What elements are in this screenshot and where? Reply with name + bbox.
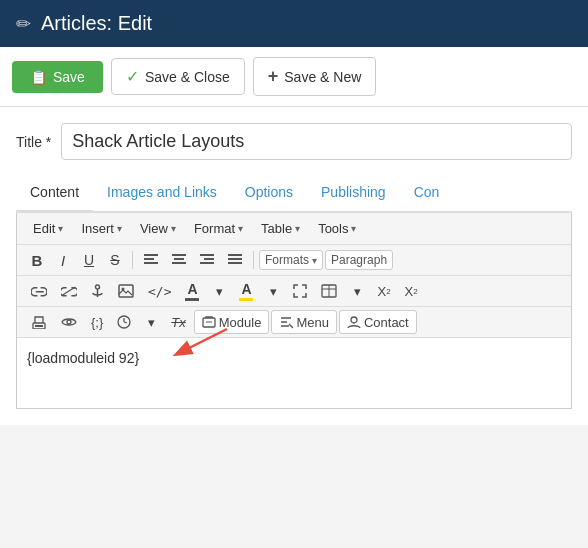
chevron-down-icon: ▾ bbox=[238, 223, 243, 234]
tab-publishing[interactable]: Publishing bbox=[307, 174, 400, 213]
save-new-button[interactable]: + Save & New bbox=[253, 57, 377, 96]
save-close-button[interactable]: ✓ Save & Close bbox=[111, 58, 245, 95]
svg-point-27 bbox=[351, 317, 357, 323]
tab-con[interactable]: Con bbox=[400, 174, 454, 213]
menu-view[interactable]: View ▾ bbox=[132, 217, 184, 240]
svg-rect-12 bbox=[228, 262, 242, 264]
svg-rect-10 bbox=[228, 254, 242, 256]
svg-line-24 bbox=[124, 322, 127, 323]
image-button[interactable] bbox=[112, 279, 140, 303]
chevron-down-icon: ▾ bbox=[351, 223, 356, 234]
tab-images-and-links[interactable]: Images and Links bbox=[93, 174, 231, 213]
menu-table[interactable]: Table ▾ bbox=[253, 217, 308, 240]
page-header: ✏ Articles: Edit bbox=[0, 0, 588, 47]
contact-label: Contact bbox=[364, 315, 409, 330]
table-insert-button[interactable] bbox=[315, 279, 343, 303]
svg-rect-8 bbox=[204, 258, 214, 260]
align-left-button[interactable] bbox=[138, 248, 164, 272]
font-color-dropdown[interactable]: ▾ bbox=[207, 279, 231, 303]
fullscreen-button[interactable] bbox=[287, 279, 313, 303]
svg-rect-7 bbox=[200, 254, 214, 256]
tab-content[interactable]: Content bbox=[16, 174, 93, 213]
plus-icon: + bbox=[268, 66, 279, 87]
superscript-button[interactable]: X2 bbox=[399, 279, 424, 303]
code-button[interactable]: </> bbox=[142, 279, 177, 303]
menu-label: Menu bbox=[296, 315, 329, 330]
chevron-down-icon: ▾ bbox=[58, 223, 63, 234]
svg-rect-4 bbox=[172, 254, 186, 256]
preview-button[interactable] bbox=[55, 310, 83, 334]
font-color-button[interactable]: A bbox=[179, 279, 205, 303]
editor-toolbar-row2: </> A ▾ A ▾ bbox=[17, 276, 571, 307]
title-row: Title * bbox=[16, 123, 572, 160]
save-icon: 📋 bbox=[30, 69, 47, 85]
page-title: Articles: Edit bbox=[41, 12, 152, 35]
main-content: Title * Content Images and Links Options… bbox=[0, 107, 588, 425]
chevron-down-icon: ▾ bbox=[117, 223, 122, 234]
svg-rect-2 bbox=[144, 262, 158, 264]
align-justify-button[interactable] bbox=[222, 248, 248, 272]
anchor-button[interactable] bbox=[85, 279, 110, 303]
chevron-down-icon: ▾ bbox=[295, 223, 300, 234]
editor-toolbar-row1: B I U S Formats ▾ Paragr bbox=[17, 245, 571, 276]
editor-toolbar-row3: {;} ▾ Tx Module Menu Contact bbox=[17, 307, 571, 338]
bold-button[interactable]: B bbox=[25, 248, 49, 272]
editor-container: Edit ▾ Insert ▾ View ▾ Format ▾ Table ▾ … bbox=[16, 213, 572, 409]
title-label: Title * bbox=[16, 134, 51, 150]
menu-tools[interactable]: Tools ▾ bbox=[310, 217, 364, 240]
svg-line-29 bbox=[177, 329, 227, 354]
source-button[interactable]: {;} bbox=[85, 310, 109, 334]
edit-icon: ✏ bbox=[16, 13, 31, 35]
formats-dropdown[interactable]: Formats ▾ bbox=[259, 250, 323, 270]
svg-rect-1 bbox=[144, 258, 154, 260]
svg-rect-11 bbox=[228, 258, 242, 260]
separator bbox=[253, 251, 254, 269]
chevron-down-icon: ▾ bbox=[312, 255, 317, 266]
time-button[interactable] bbox=[111, 310, 137, 334]
svg-rect-5 bbox=[174, 258, 184, 260]
menu-insert[interactable]: Insert ▾ bbox=[73, 217, 130, 240]
link-button[interactable] bbox=[25, 279, 53, 303]
highlight-dropdown[interactable]: ▾ bbox=[261, 279, 285, 303]
svg-rect-6 bbox=[172, 262, 186, 264]
menu-edit[interactable]: Edit ▾ bbox=[25, 217, 71, 240]
svg-rect-9 bbox=[200, 262, 214, 264]
separator bbox=[132, 251, 133, 269]
svg-rect-14 bbox=[119, 285, 133, 297]
unlink-button[interactable] bbox=[55, 279, 83, 303]
subscript-button[interactable]: X2 bbox=[371, 279, 396, 303]
title-input[interactable] bbox=[61, 123, 572, 160]
editor-content: {loadmoduleid 92} bbox=[27, 350, 139, 366]
highlight-button[interactable]: A bbox=[233, 279, 259, 303]
tabs-bar: Content Images and Links Options Publish… bbox=[16, 174, 572, 213]
italic-button[interactable]: I bbox=[51, 248, 75, 272]
align-center-button[interactable] bbox=[166, 248, 192, 272]
contact-button[interactable]: Contact bbox=[339, 310, 417, 334]
print-button[interactable] bbox=[25, 310, 53, 334]
underline-button[interactable]: U bbox=[77, 248, 101, 272]
action-toolbar: 📋 Save ✓ Save & Close + Save & New bbox=[0, 47, 588, 107]
chevron-down-icon: ▾ bbox=[171, 223, 176, 234]
svg-rect-20 bbox=[35, 325, 43, 327]
svg-point-21 bbox=[67, 320, 71, 324]
menu-nav-button[interactable]: Menu bbox=[271, 310, 337, 334]
check-icon: ✓ bbox=[126, 67, 139, 86]
tab-options[interactable]: Options bbox=[231, 174, 307, 213]
table-dropdown[interactable]: ▾ bbox=[345, 279, 369, 303]
editor-body[interactable]: {loadmoduleid 92} bbox=[17, 338, 571, 408]
menu-format[interactable]: Format ▾ bbox=[186, 217, 251, 240]
paragraph-dropdown[interactable]: Paragraph bbox=[325, 250, 393, 270]
align-right-button[interactable] bbox=[194, 248, 220, 272]
strikethrough-button[interactable]: S bbox=[103, 248, 127, 272]
svg-rect-0 bbox=[144, 254, 158, 256]
editor-menubar: Edit ▾ Insert ▾ View ▾ Format ▾ Table ▾ … bbox=[17, 213, 571, 245]
save-button[interactable]: 📋 Save bbox=[12, 61, 103, 93]
